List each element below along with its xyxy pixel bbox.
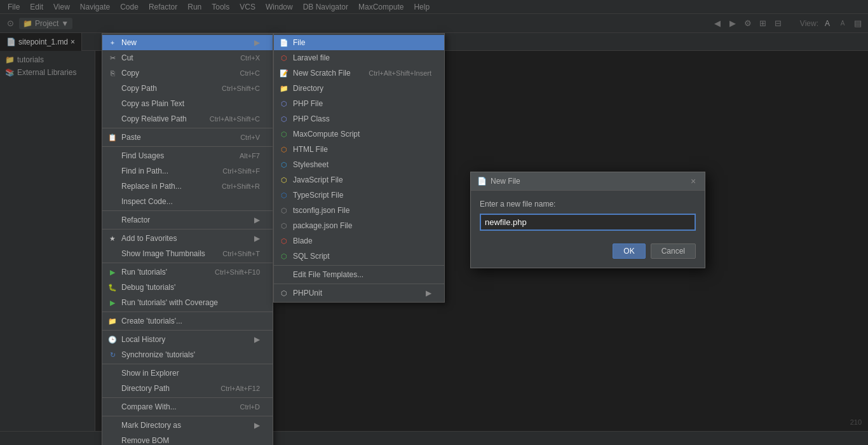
dialog-title-container: 📄 New File [477,177,520,186]
dialog-ok-button[interactable]: OK [613,243,645,259]
dialog-body: Enter a new file name: [471,191,705,237]
dialog-cancel-button[interactable]: Cancel [651,243,696,259]
dialog-title-icon: 📄 [477,177,487,186]
dialog-label: Enter a new file name: [480,200,696,209]
new-file-input[interactable] [480,214,696,231]
dialog-title-text: New File [491,177,520,186]
dialog-close-button[interactable]: × [688,176,698,186]
new-file-dialog: 📄 New File × Enter a new file name: OK C… [470,172,705,268]
dialog-titlebar: 📄 New File × [471,172,705,191]
dialog-overlay: 📄 New File × Enter a new file name: OK C… [0,0,868,445]
dialog-buttons: OK Cancel [471,237,705,268]
